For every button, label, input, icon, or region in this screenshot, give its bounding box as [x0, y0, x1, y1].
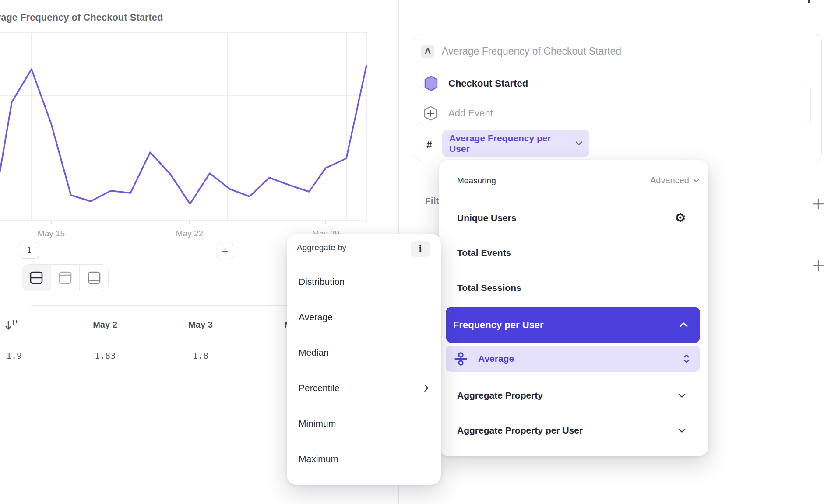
measuring-dropdown-panel: Measuring Advanced Unique Users⚙Total Ev…: [439, 160, 708, 456]
split-view-icon: [28, 269, 45, 287]
event-hexagon-icon: [424, 75, 438, 91]
measuring-header: Measuring: [457, 176, 496, 186]
aggregate-options-list: DistributionAverageMedianPercentileMinim…: [287, 264, 441, 476]
add-event-button[interactable]: Add Event: [448, 108, 493, 119]
insights-report-page: Average Frequency of Checkout Started Ma…: [0, 0, 831, 504]
select-updown-icon: [683, 354, 690, 363]
table-only-icon: [85, 269, 103, 287]
frequency-chart: May 15May 22May 29: [0, 26, 377, 245]
chevron-down-icon: [678, 393, 686, 398]
aggregate-option-maximum[interactable]: Maximum: [287, 441, 441, 476]
chevron-down-icon: [678, 428, 686, 433]
layout-table-only-button[interactable]: [79, 265, 108, 291]
add-breakdown-icon[interactable]: [813, 260, 824, 271]
aggregate-option-distribution[interactable]: Distribution: [287, 264, 441, 299]
aggregate-option-label: Median: [299, 347, 329, 358]
line-chart-canvas: May 15May 22May 29: [0, 26, 377, 245]
add-annotation-button[interactable]: +: [217, 242, 233, 259]
measure-dropdown-label: Average Frequency per User: [449, 133, 570, 154]
chevron-down-icon: [693, 178, 700, 183]
layout-split-button[interactable]: [22, 265, 51, 291]
metric-name-input[interactable]: Average Frequency of Checkout Started: [442, 46, 621, 57]
chevron-right-icon: [424, 384, 429, 392]
frequency-aggregation-value: Average: [478, 354, 673, 364]
table-value-cell: 1.83: [95, 350, 116, 361]
aggregate-option-percentile[interactable]: Percentile: [287, 370, 441, 406]
sort-rows-icon[interactable]: [5, 319, 18, 332]
metric-letter-badge: A: [421, 45, 434, 58]
aggregate-option-label: Percentile: [299, 383, 339, 393]
add-event-icon[interactable]: [423, 105, 438, 121]
average-divide-icon: [454, 352, 467, 366]
event-card: [419, 84, 811, 126]
table-value-cell: 1.9: [6, 350, 22, 361]
chevron-up-icon: [680, 322, 688, 327]
table-header-cell[interactable]: May 3: [188, 320, 213, 330]
table-value-cell: 1.8: [193, 350, 208, 361]
aggregate-option-average[interactable]: Average: [287, 299, 441, 335]
aggregate-option-minimum[interactable]: Minimum: [287, 406, 441, 441]
layout-toggle-group: [22, 264, 109, 291]
add-filter-icon[interactable]: [813, 198, 824, 210]
advanced-toggle[interactable]: Advanced: [650, 175, 700, 186]
table-column-border: [31, 305, 31, 370]
table-header-cell[interactable]: May 2: [93, 320, 117, 330]
chevron-down-icon: [575, 141, 582, 146]
layout-chart-only-button[interactable]: [51, 265, 80, 291]
measuring-option-label: Aggregate Property: [457, 390, 543, 401]
series-badge-button[interactable]: 1: [19, 242, 39, 259]
measure-type-prefix: #: [426, 139, 432, 151]
measure-dropdown-button[interactable]: Average Frequency per User: [442, 130, 589, 157]
event-name-button[interactable]: Checkout Started: [448, 78, 528, 89]
x-axis-label: May 22: [176, 229, 203, 238]
measuring-option-total-sessions[interactable]: Total Sessions: [439, 270, 708, 305]
measuring-option-total-events[interactable]: Total Events: [439, 235, 708, 270]
measuring-option-label: Unique Users: [457, 213, 516, 223]
selected-option-label: Frequency per User: [453, 319, 544, 331]
measuring-option-unique-users[interactable]: Unique Users⚙: [439, 200, 708, 235]
chart-only-icon: [56, 269, 74, 287]
frequency-aggregation-select[interactable]: Average: [446, 346, 700, 372]
aggregate-option-label: Minimum: [299, 418, 336, 429]
advanced-label: Advanced: [650, 175, 689, 186]
measuring-option-label: Total Sessions: [457, 283, 521, 293]
chart-title: Average Frequency of Checkout Started: [0, 12, 163, 23]
aggregate-by-header: Aggregate by: [297, 243, 346, 252]
measuring-option-label: Aggregate Property per User: [457, 425, 583, 436]
aggregate-option-label: Distribution: [299, 276, 345, 287]
gear-icon[interactable]: ⚙: [675, 212, 686, 224]
aggregate-property-list: Aggregate PropertyAggregate Property per…: [439, 378, 708, 448]
x-axis-label: May 15: [38, 229, 65, 238]
aggregate-option-label: Maximum: [299, 454, 338, 464]
measuring-option-aggregate-property[interactable]: Aggregate Property: [439, 378, 708, 413]
aggregate-by-dropdown-panel: Aggregate by i DistributionAverageMedian…: [287, 234, 441, 485]
measuring-options-list: Unique Users⚙Total EventsTotal Sessions: [439, 200, 708, 305]
measuring-option-label: Total Events: [457, 248, 511, 258]
info-icon[interactable]: i: [411, 241, 430, 257]
measuring-option-aggregate-property-per-user[interactable]: Aggregate Property per User: [439, 413, 708, 448]
metric-section-title: Metric: [419, 0, 450, 3]
aggregate-option-label: Average: [299, 312, 333, 322]
add-metric-icon[interactable]: [808, 0, 810, 3]
aggregate-option-median[interactable]: Median: [287, 335, 441, 370]
measuring-option-frequency-per-user[interactable]: Frequency per User: [446, 307, 700, 343]
